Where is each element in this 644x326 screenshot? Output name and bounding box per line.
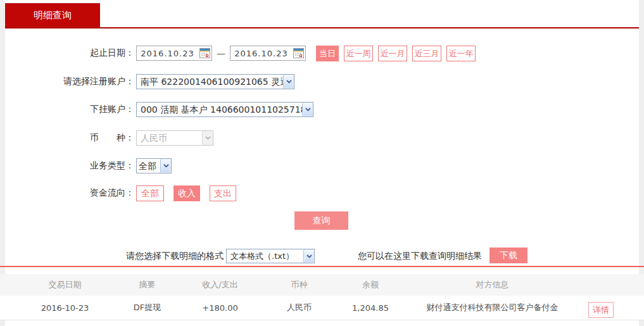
currency-label: 币 种： bbox=[0, 132, 134, 144]
register-account-value: 南平 6222001406100921065 灵通卡 bbox=[137, 75, 283, 89]
register-account-select[interactable]: 南平 6222001406100921065 灵通卡 bbox=[136, 74, 294, 89]
date-separator: — bbox=[217, 48, 225, 58]
date-from-value[interactable]: 2016.10.23 bbox=[137, 49, 198, 58]
chevron-down-icon[interactable] bbox=[303, 249, 314, 263]
row-amount: +180.00 bbox=[184, 296, 256, 320]
tab-underline bbox=[5, 27, 639, 28]
fund-flow-label: 资金流向： bbox=[0, 187, 134, 199]
currency-value: 人民币 bbox=[137, 131, 202, 145]
business-type-select[interactable]: 全部 bbox=[136, 158, 172, 173]
row-currency: 人民币 bbox=[266, 296, 332, 320]
chevron-down-icon[interactable] bbox=[283, 75, 294, 89]
fund-flow-row: 资金流向： 全部 收入 支出 bbox=[0, 185, 236, 201]
currency-row: 币 种： 人民币 bbox=[0, 130, 213, 146]
download-format-label: 请您选择下载明细的格式 bbox=[89, 251, 224, 262]
header-date: 交易日期 bbox=[16, 274, 114, 296]
sub-account-select[interactable]: 000 活期 基本户 1406600101102571848 bbox=[136, 102, 313, 117]
sub-account-label: 下挂账户： bbox=[0, 104, 134, 115]
business-type-row: 业务类型： 全部 bbox=[0, 158, 172, 174]
download-format-select[interactable]: 文本格式（.txt） bbox=[226, 249, 315, 263]
range-button-quarter[interactable]: 近三月 bbox=[412, 46, 441, 61]
fund-flow-all-button[interactable]: 全部 bbox=[136, 185, 164, 201]
range-button-week[interactable]: 近一周 bbox=[344, 46, 373, 61]
tab-detail-query[interactable]: 明细查询 bbox=[5, 3, 100, 27]
header-balance: 余额 bbox=[339, 274, 402, 296]
table-row: 2016-10-23 DF提现 +180.00 人民币 1,204.85 财付通… bbox=[0, 296, 644, 320]
row-date: 2016-10-23 bbox=[16, 296, 114, 320]
range-button-today[interactable]: 当日 bbox=[316, 46, 339, 61]
header-amount: 收入/支出 bbox=[184, 274, 256, 296]
row-counterparty: 财付通支付科技有限公司客户备付金 bbox=[412, 296, 573, 320]
sub-account-row: 下挂账户： 000 活期 基本户 1406600101102571848 bbox=[0, 101, 313, 118]
register-account-row: 请选择注册账户： 南平 6222001406100921065 灵通卡 bbox=[0, 73, 294, 90]
fund-flow-expense-button[interactable]: 支出 bbox=[210, 185, 236, 201]
range-button-month[interactable]: 近一月 bbox=[378, 46, 407, 61]
header-counterparty: 对方信息 bbox=[412, 274, 573, 296]
table-top-divider bbox=[0, 266, 644, 267]
date-range-row: 起止日期： 2016.10.23 — 2016.10.23 bbox=[0, 45, 476, 61]
date-range-label: 起止日期： bbox=[0, 47, 134, 59]
range-button-year[interactable]: 近一年 bbox=[446, 46, 476, 61]
chevron-down-icon bbox=[202, 131, 213, 145]
row-balance: 1,204.85 bbox=[339, 296, 402, 320]
date-to-value[interactable]: 2016.10.23 bbox=[230, 49, 292, 58]
chevron-down-icon[interactable] bbox=[302, 103, 313, 116]
register-account-label: 请选择注册账户： bbox=[0, 76, 134, 87]
fund-flow-income-button[interactable]: 收入 bbox=[174, 185, 200, 201]
calendar-icon[interactable] bbox=[292, 46, 305, 60]
detail-button[interactable]: 详情 bbox=[588, 302, 614, 318]
header-currency: 币种 bbox=[266, 274, 332, 296]
row-summary: DF提现 bbox=[114, 296, 180, 320]
sub-account-value: 000 活期 基本户 1406600101102571848 bbox=[137, 103, 302, 116]
query-button[interactable]: 查询 bbox=[294, 211, 348, 230]
date-from-input[interactable]: 2016.10.23 bbox=[136, 46, 212, 61]
date-to-input[interactable]: 2016.10.23 bbox=[230, 46, 306, 61]
download-button[interactable]: 下载 bbox=[489, 248, 527, 263]
header-summary: 摘要 bbox=[114, 274, 180, 296]
calendar-icon[interactable] bbox=[198, 46, 212, 60]
business-type-value: 全部 bbox=[137, 159, 160, 173]
download-result-label: 您可以在这里下载查询明细结果 bbox=[358, 251, 482, 262]
download-format-value: 文本格式（.txt） bbox=[227, 249, 303, 263]
table-header: 交易日期 摘要 收入/支出 币种 余额 对方信息 bbox=[0, 274, 644, 296]
currency-select: 人民币 bbox=[136, 130, 213, 146]
chevron-down-icon[interactable] bbox=[160, 159, 171, 173]
business-type-label: 业务类型： bbox=[0, 160, 134, 172]
